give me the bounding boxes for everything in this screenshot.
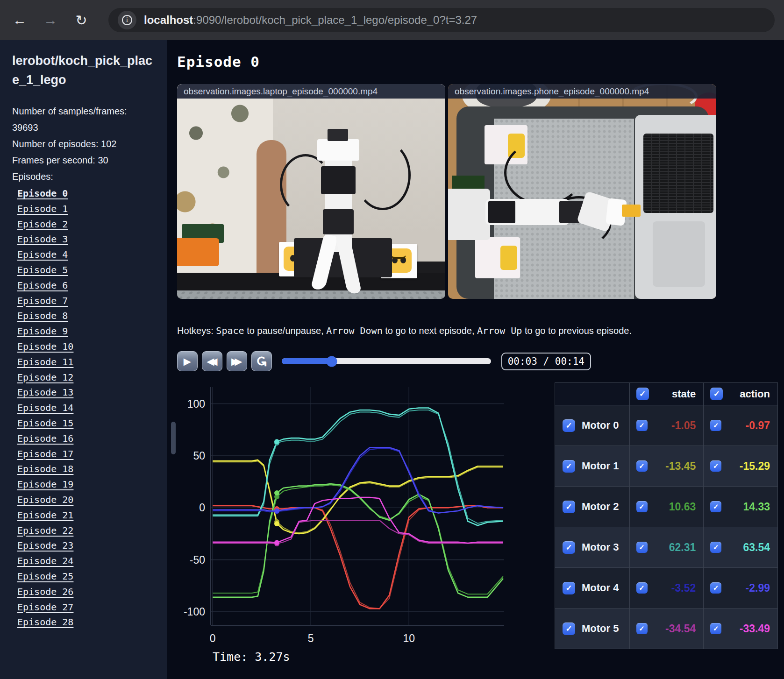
state-value: -34.54 xyxy=(665,622,696,635)
action-value: -2.99 xyxy=(746,582,770,594)
episode-link[interactable]: Episode 7 xyxy=(17,293,158,309)
checkbox[interactable]: ✓ xyxy=(563,460,575,473)
episode-link[interactable]: Episode 23 xyxy=(17,538,158,553)
motor-table: ✓state✓action✓Motor 0✓-1.05✓-0.97✓Motor … xyxy=(555,382,778,649)
episode-link[interactable]: Episode 4 xyxy=(17,247,158,262)
episode-link[interactable]: Episode 12 xyxy=(17,370,158,385)
table-row: ✓Motor 1✓-13.45✓-15.29 xyxy=(555,446,778,487)
episode-link[interactable]: Episode 14 xyxy=(17,400,158,416)
robot-head xyxy=(317,139,359,161)
checkbox[interactable]: ✓ xyxy=(636,388,649,400)
episode-link[interactable]: Episode 15 xyxy=(17,416,158,431)
arrow-down-key: Arrow Down xyxy=(326,325,382,336)
action-value: -33.49 xyxy=(740,622,770,635)
time-display: 00:03 / 00:14 xyxy=(501,353,591,370)
forward-icon[interactable]: → xyxy=(40,10,61,30)
episode-link[interactable]: Episode 16 xyxy=(17,431,158,446)
motor-label: Motor 3 xyxy=(582,541,619,553)
sidebar: lerobot/koch_pick_place_1_lego Number of… xyxy=(0,40,167,679)
episode-link[interactable]: Episode 27 xyxy=(17,600,158,615)
episode-link[interactable]: Episode 25 xyxy=(17,569,158,584)
column-header: action xyxy=(740,388,770,400)
episode-link[interactable]: Episode 21 xyxy=(17,508,158,523)
browser-toolbar: ← → ↻ i localhost:9090/lerobot/koch_pick… xyxy=(0,0,784,40)
rewind-button[interactable]: ◀◀ xyxy=(202,351,222,371)
checkbox[interactable]: ✓ xyxy=(710,623,721,634)
url-text: localhost:9090/lerobot/koch_pick_place_1… xyxy=(144,14,477,27)
emoji-box xyxy=(475,237,520,278)
episode-link[interactable]: Episode 26 xyxy=(17,584,158,600)
motor-chart[interactable]: 100500-50-1000510Time: 3.27s xyxy=(177,382,508,670)
stat-samples: Number of samples/frames: 39693 xyxy=(12,103,152,136)
episode-link[interactable]: Episode 1 xyxy=(17,201,158,217)
checkbox[interactable]: ✓ xyxy=(636,501,648,512)
episode-link[interactable]: Episode 3 xyxy=(17,232,158,247)
episode-link[interactable]: Episode 6 xyxy=(17,278,158,293)
episode-link[interactable]: Episode 0 xyxy=(17,186,158,201)
robot-motor xyxy=(323,209,354,234)
table-row: ✓Motor 3✓62.31✓63.54 xyxy=(555,527,778,568)
episode-link[interactable]: Episode 8 xyxy=(17,308,158,324)
checkbox[interactable]: ✓ xyxy=(710,542,721,553)
site-info-icon[interactable]: i xyxy=(118,11,136,29)
loop-button[interactable]: ↻ xyxy=(251,351,272,371)
episode-link[interactable]: Episode 9 xyxy=(17,324,158,339)
episode-link[interactable]: Episode 18 xyxy=(17,461,158,477)
checkbox[interactable]: ✓ xyxy=(636,420,648,431)
checkbox[interactable]: ✓ xyxy=(710,501,721,512)
episode-link[interactable]: Episode 28 xyxy=(17,615,158,630)
checkbox[interactable]: ✓ xyxy=(710,582,721,594)
current-time-marker xyxy=(274,540,279,545)
checkbox[interactable]: ✓ xyxy=(710,460,721,472)
fast-forward-button[interactable]: ▶▶ xyxy=(227,351,247,371)
lego-baseplate xyxy=(177,290,445,299)
play-button[interactable]: ▶ xyxy=(177,351,198,371)
checkbox[interactable]: ✓ xyxy=(636,460,648,472)
space-key: Space xyxy=(216,325,244,336)
video-phone[interactable]: observation.images.phone_episode_000000.… xyxy=(448,84,716,299)
checkbox[interactable]: ✓ xyxy=(636,623,648,634)
column-header: state xyxy=(672,388,696,400)
seek-slider[interactable] xyxy=(282,358,491,364)
motor-label: Motor 0 xyxy=(582,419,619,431)
back-icon[interactable]: ← xyxy=(9,10,30,30)
episode-link[interactable]: Episode 17 xyxy=(17,446,158,462)
rewind-icon: ◀◀ xyxy=(207,356,213,367)
lego-brick xyxy=(622,205,641,217)
trackpad xyxy=(653,221,705,287)
current-time-marker xyxy=(274,508,279,513)
episode-link[interactable]: Episode 20 xyxy=(17,492,158,508)
address-bar[interactable]: i localhost:9090/lerobot/koch_pick_place… xyxy=(108,8,775,32)
episode-link[interactable]: Episode 13 xyxy=(17,385,158,400)
checkbox[interactable]: ✓ xyxy=(636,542,648,553)
play-icon: ▶ xyxy=(184,356,191,367)
checkbox[interactable]: ✓ xyxy=(710,388,723,400)
checkbox[interactable]: ✓ xyxy=(710,420,721,431)
video-laptop-frame xyxy=(177,84,445,299)
x-tick-label: 0 xyxy=(210,632,216,644)
checkbox[interactable]: ✓ xyxy=(563,501,575,513)
episode-link[interactable]: Episode 2 xyxy=(17,217,158,232)
episode-link[interactable]: Episode 22 xyxy=(17,523,158,538)
episode-link[interactable]: Episode 11 xyxy=(17,354,158,370)
episode-link[interactable]: Episode 19 xyxy=(17,477,158,492)
episode-link[interactable]: Episode 5 xyxy=(17,262,158,278)
scrollbar-thumb[interactable] xyxy=(171,422,176,454)
checkbox[interactable]: ✓ xyxy=(563,622,575,635)
state-value: -1.05 xyxy=(671,419,696,432)
series-motor-4-action xyxy=(213,447,503,513)
checkbox[interactable]: ✓ xyxy=(563,582,575,594)
video-laptop[interactable]: observation.images.laptop_episode_000000… xyxy=(177,84,445,299)
episode-link[interactable]: Episode 24 xyxy=(17,553,158,569)
motor-label: Motor 2 xyxy=(582,501,619,513)
dataset-title: lerobot/koch_pick_place_1_lego xyxy=(12,51,153,89)
episode-link[interactable]: Episode 10 xyxy=(17,339,158,354)
checkbox[interactable]: ✓ xyxy=(563,419,575,432)
reload-icon[interactable]: ↻ xyxy=(71,10,92,30)
video-phone-frame xyxy=(448,84,716,299)
checkbox[interactable]: ✓ xyxy=(563,541,575,554)
series-motor-2-action xyxy=(213,484,503,597)
motor-label: Motor 1 xyxy=(582,460,619,472)
checkbox[interactable]: ✓ xyxy=(636,582,648,594)
seek-slider-thumb[interactable] xyxy=(327,356,337,367)
